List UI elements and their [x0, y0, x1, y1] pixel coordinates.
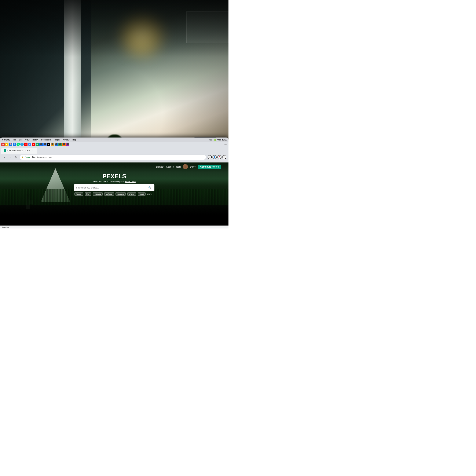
todo-ext-icon[interactable]: ☑ — [13, 143, 16, 146]
menu-history[interactable]: History — [32, 139, 39, 141]
battery-icon: 🔋 — [214, 138, 216, 141]
clock: Wed 16:15 — [218, 139, 227, 141]
tab-title: Free Stock Photos · Pexels — [7, 150, 31, 152]
suggestion-phone[interactable]: phone — [127, 192, 136, 196]
browse-nav-item[interactable]: Browse ▾ — [156, 166, 164, 168]
menu-view[interactable]: View — [25, 139, 30, 141]
menu-file[interactable]: File — [13, 139, 17, 141]
ext-8[interactable]: ⬛ — [39, 143, 43, 146]
ext-12[interactable]: ⬛ — [55, 143, 58, 146]
screen-bezel: Chrome File Edit View History Bookmarks … — [0, 137, 228, 228]
url-text: https://www.pexels.com — [32, 156, 52, 158]
pinterest-button[interactable]: P — [217, 155, 221, 159]
menu-people[interactable]: People — [53, 139, 60, 141]
pexels-logo: PEXELS — [102, 173, 126, 180]
forward-button[interactable]: › — [8, 155, 13, 160]
top-dark — [0, 0, 228, 57]
profile-button[interactable]: 👤 — [212, 155, 217, 159]
toolbar-icons: ☆ 👤 P ⋮ — [207, 155, 226, 159]
browse-chevron-icon: ▾ — [164, 166, 164, 168]
sheets-ext-icon[interactable]: ▦ — [35, 143, 39, 146]
suggestion-blur[interactable]: blur — [85, 192, 91, 196]
youtube-ext-icon[interactable]: ▶ — [32, 143, 35, 146]
suggestions-more-link[interactable]: more → — [147, 193, 154, 195]
menubar-left: Chrome File Edit View History Bookmarks … — [2, 138, 209, 141]
license-link[interactable]: License — [167, 166, 174, 168]
ext-9[interactable]: ⬛ — [43, 143, 47, 146]
more-label: more → — [147, 193, 154, 195]
status-bar: Searches — [0, 225, 228, 228]
address-bar[interactable]: 🔒 Secure https://www.pexels.com — [20, 155, 206, 160]
suggestion-meeting[interactable]: meeting — [116, 192, 126, 196]
tab-favicon — [4, 149, 6, 152]
secure-icon: 🔒 — [22, 156, 24, 158]
tab-close-button[interactable]: × — [32, 149, 34, 152]
ext-11[interactable]: ⬛ — [51, 143, 54, 146]
tagline: Best free stock photos in one place. Lea… — [93, 180, 136, 183]
browser-chrome: Free Stock Photos · Pexels × ‹ › ↻ 🔒 Sec… — [0, 146, 228, 162]
menu-edit[interactable]: Edit — [19, 139, 23, 141]
browse-link: Browse — [156, 166, 163, 168]
nav-buttons: ‹ › ↻ — [2, 155, 18, 160]
tools-link[interactable]: Tools — [176, 166, 181, 168]
menu-help[interactable]: Help — [72, 139, 77, 141]
menu-bookmarks[interactable]: Bookmarks — [41, 139, 51, 141]
wifi-icon: ⌨ — [209, 138, 212, 141]
username-label[interactable]: Daniel — [190, 166, 196, 168]
app-name-menu[interactable]: Chrome — [2, 138, 11, 141]
suggestion-training[interactable]: training — [93, 192, 102, 196]
learn-more-link[interactable]: Learn more — [125, 180, 136, 183]
extensions-menu[interactable]: ⋯ — [224, 143, 227, 146]
extension-icons-bar: M ▲ 📅 ☑ ⊙ ✈ Ai ● ▶ ▦ ⬛ ⬛ M ⬛ ⬛ ⬛ ⬛ ⬛ ⋯ — [0, 142, 228, 146]
adobe-ext-icon[interactable]: Ai — [24, 143, 28, 146]
menubar-right: ⌨ 🔋 Wed 16:15 — [209, 138, 227, 141]
tagline-text: Best free stock photos in one place. — [93, 180, 125, 183]
suggestion-vintage[interactable]: vintage — [104, 192, 114, 196]
search-bar[interactable]: 🔍 — [74, 184, 154, 191]
mac-menubar: Chrome File Edit View History Bookmarks … — [0, 137, 228, 142]
pexels-website: Browse ▾ License Tools D Daniel Contribu… — [0, 162, 228, 228]
active-tab[interactable]: Free Stock Photos · Pexels × — [1, 148, 37, 153]
bookmark-button[interactable]: ☆ — [207, 155, 212, 159]
search-input[interactable] — [76, 187, 146, 189]
search-suggestions: house blur training vintage meeting phon… — [74, 192, 154, 196]
search-submit-button[interactable]: 🔍 — [147, 185, 152, 190]
nav-more-button[interactable]: ··· — [223, 165, 225, 168]
suggestion-house[interactable]: house — [74, 192, 83, 196]
user-avatar[interactable]: D — [183, 164, 188, 169]
calendar-ext-icon[interactable]: 📅 — [9, 143, 12, 146]
browser-toolbar: ‹ › ↻ 🔒 Secure https://www.pexels.com ☆ … — [1, 153, 227, 161]
ext-15[interactable]: ⬛ — [66, 143, 69, 146]
secure-label: Secure — [25, 156, 32, 158]
browser-tabs-row: Free Stock Photos · Pexels × — [1, 147, 227, 153]
search-container: 🔍 house blur training vintage meeting ph… — [0, 184, 228, 196]
ext-13[interactable]: ⬛ — [58, 143, 62, 146]
chrome-ext1[interactable]: ● — [28, 143, 31, 146]
refresh-button[interactable]: ↻ — [13, 155, 18, 160]
suggestion-wood[interactable]: wood — [138, 192, 146, 196]
menu-window[interactable]: Window — [62, 139, 70, 141]
vpn-ext-icon[interactable]: ⊙ — [17, 143, 20, 146]
ext-14[interactable]: ⬛ — [62, 143, 66, 146]
drive-ext-icon[interactable]: ▲ — [5, 143, 8, 146]
back-button[interactable]: ‹ — [2, 155, 7, 160]
pexels-nav: Browse ▾ License Tools D Daniel Contribu… — [0, 162, 228, 171]
contribute-photos-button[interactable]: Contribute Photos — [198, 165, 221, 169]
medium-ext-icon[interactable]: M — [47, 143, 50, 146]
telegram-ext-icon[interactable]: ✈ — [20, 143, 24, 146]
status-text: Searches — [2, 226, 9, 228]
gmail-ext-icon[interactable]: M — [1, 143, 5, 146]
hero-content: PEXELS Best free stock photos in one pla… — [0, 171, 228, 183]
more-button[interactable]: ⋮ — [222, 155, 226, 159]
